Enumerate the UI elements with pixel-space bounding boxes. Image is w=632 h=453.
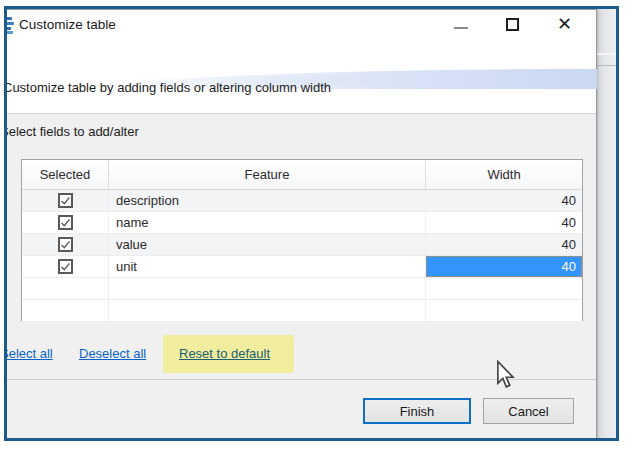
select-all-link[interactable]: Select all — [4, 346, 53, 361]
width-cell[interactable]: 40 — [426, 212, 582, 233]
fields-table-rows: description40name40value40unit40 — [22, 190, 582, 322]
width-cell[interactable] — [426, 278, 582, 299]
checkbox-checked-icon[interactable] — [58, 259, 73, 274]
selected-cell — [22, 300, 109, 321]
reset-to-default-link[interactable]: Reset to default — [179, 346, 270, 361]
table-header-row: Selected Feature Width — [22, 160, 582, 190]
wizard-banner — [4, 40, 596, 113]
selected-cell — [22, 278, 109, 299]
width-cell-selected[interactable]: 40 — [426, 256, 582, 277]
feature-cell[interactable]: description — [109, 190, 426, 211]
table-row[interactable]: value40 — [22, 234, 582, 256]
deselect-all-link[interactable]: Deselect all — [79, 346, 146, 361]
column-header-width[interactable]: Width — [426, 160, 582, 189]
window-title: Customize table — [19, 17, 116, 32]
section-label: Select fields to add/alter — [4, 124, 139, 139]
checkbox-checked-icon[interactable] — [58, 215, 73, 230]
width-cell[interactable]: 40 — [426, 190, 582, 211]
table-row[interactable] — [22, 300, 582, 322]
minimize-icon[interactable] — [454, 27, 468, 29]
table-row[interactable]: description40 — [22, 190, 582, 212]
table-row[interactable]: unit40 — [22, 256, 582, 278]
checkbox-checked-icon[interactable] — [58, 193, 73, 208]
feature-cell[interactable]: value — [109, 234, 426, 255]
table-row[interactable]: name40 — [22, 212, 582, 234]
selected-cell[interactable] — [22, 212, 109, 233]
checkbox-checked-icon[interactable] — [58, 237, 73, 252]
cancel-button[interactable]: Cancel — [483, 398, 574, 424]
close-icon[interactable]: ✕ — [557, 13, 572, 35]
button-bar: Finish Cancel — [4, 380, 596, 441]
width-cell[interactable] — [426, 300, 582, 321]
maximize-icon[interactable] — [506, 18, 519, 31]
column-header-feature[interactable]: Feature — [109, 160, 426, 189]
fields-table: Selected Feature Width description40name… — [21, 159, 583, 321]
selected-cell[interactable] — [22, 234, 109, 255]
app-icon — [4, 16, 14, 34]
feature-cell[interactable]: name — [109, 212, 426, 233]
feature-cell[interactable] — [109, 278, 426, 299]
title-bar[interactable]: Customize table ✕ — [4, 10, 596, 40]
column-header-selected[interactable]: Selected — [22, 160, 109, 189]
content-area: Select fields to add/alter Selected Feat… — [4, 114, 596, 379]
selected-cell[interactable] — [22, 256, 109, 277]
mouse-cursor — [496, 360, 515, 389]
finish-button[interactable]: Finish — [363, 398, 471, 424]
table-row[interactable] — [22, 278, 582, 300]
selected-cell[interactable] — [22, 190, 109, 211]
feature-cell[interactable] — [109, 300, 426, 321]
screenshot-stage: Customize table ✕ Customize table by add… — [0, 0, 632, 453]
dialog-description: Customize table by adding fields or alte… — [4, 80, 331, 95]
annotation-frame: Customize table ✕ Customize table by add… — [4, 6, 619, 441]
feature-cell[interactable]: unit — [109, 256, 426, 277]
width-cell[interactable]: 40 — [426, 234, 582, 255]
